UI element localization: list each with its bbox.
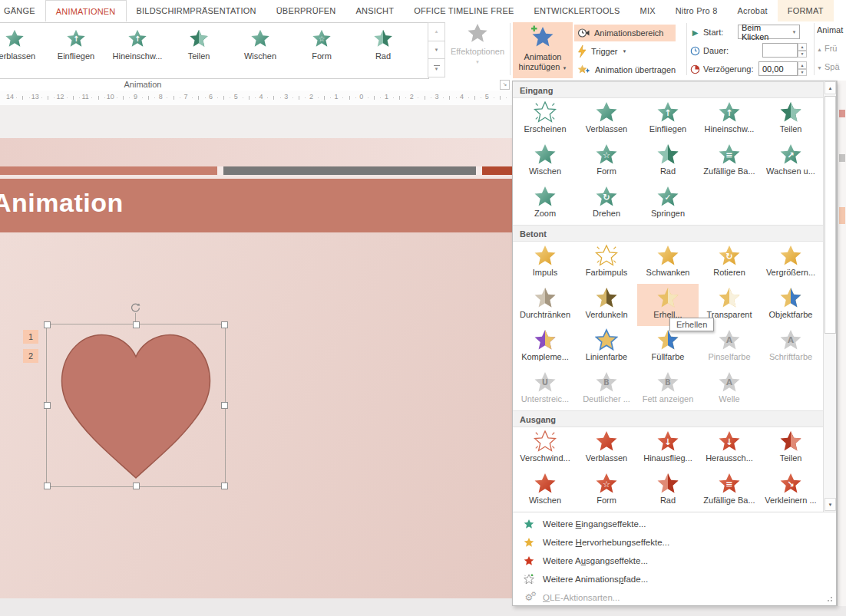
menu-item-teilen[interactable]: Teilen bbox=[760, 427, 821, 469]
ruler-tick bbox=[198, 96, 199, 100]
menu-item-durchtränken[interactable]: Durchtränken bbox=[514, 284, 576, 326]
menu-item-zoom[interactable]: Zoom bbox=[514, 183, 576, 225]
heart-selection-box[interactable] bbox=[46, 324, 226, 487]
gallery-more-icon[interactable]: ▼ bbox=[428, 59, 445, 77]
tab-animationen[interactable]: ANIMATIONEN bbox=[45, 0, 127, 22]
selection-handle[interactable] bbox=[221, 321, 228, 328]
menu-item-verdunkeln[interactable]: Verdunkeln bbox=[576, 284, 637, 326]
menu-item-kompleme[interactable]: Kompleme... bbox=[514, 326, 576, 368]
delay-input[interactable]: 00,00 bbox=[758, 61, 798, 76]
menu-item-erscheinen[interactable]: Erscheinen bbox=[514, 98, 576, 140]
menu-item-pinselfarbe[interactable]: APinselfarbe bbox=[699, 326, 760, 368]
menu-item-teilen[interactable]: Teilen bbox=[760, 98, 821, 140]
menu-item-rad[interactable]: Rad bbox=[637, 469, 699, 512]
tab-bildschirmpräsentation[interactable]: BILDSCHIRMPRÄSENTATION bbox=[127, 0, 266, 21]
menu-item-wischen[interactable]: Wischen bbox=[514, 469, 576, 512]
menu-item-verblassen[interactable]: Verblassen bbox=[576, 427, 637, 469]
scrollbar-thumb[interactable] bbox=[825, 96, 836, 334]
menu-footer-weitere-hervorhebungseffekte[interactable]: Weitere Hervorhebungseffekte... bbox=[513, 533, 836, 552]
menu-item-welle[interactable]: AWelle bbox=[699, 368, 760, 410]
move-earlier-button[interactable]: ▲Frü bbox=[817, 44, 837, 53]
scroll-down-icon[interactable]: ▼ bbox=[825, 498, 836, 511]
menu-footer-weitere-eingangseffekte[interactable]: Weitere Eingangseffekte... bbox=[513, 515, 836, 533]
tab-gänge[interactable]: GÄNGE bbox=[0, 0, 45, 21]
selection-handle[interactable] bbox=[44, 402, 51, 409]
menu-item-wischen[interactable]: Wischen bbox=[514, 140, 576, 183]
menu-item-vergrößern[interactable]: Vergrößern... bbox=[760, 242, 821, 284]
animation-painter-button[interactable]: Animation übertragen bbox=[574, 61, 680, 78]
selection-handle[interactable] bbox=[133, 321, 140, 328]
selection-handle[interactable] bbox=[44, 483, 51, 489]
duration-spinner[interactable]: ▲▼ bbox=[798, 43, 807, 58]
menu-item-objektfarbe[interactable]: Objektfarbe bbox=[760, 284, 821, 326]
menu-scrollbar[interactable]: ▲ ▼ bbox=[823, 81, 836, 512]
menu-item-label: Fett anzeigen bbox=[643, 394, 694, 404]
menu-item-wachsen-u[interactable]: ↗Wachsen u... bbox=[760, 140, 821, 183]
darken-star-icon bbox=[595, 286, 618, 309]
menu-item-rotieren[interactable]: ↻Rotieren bbox=[699, 242, 760, 284]
selection-handle[interactable] bbox=[133, 483, 140, 489]
start-combobox[interactable]: Beim Klicken ▼ bbox=[738, 25, 800, 39]
tab-mix[interactable]: MIX bbox=[630, 0, 666, 21]
gallery-item-wischen[interactable]: Wischen bbox=[230, 23, 291, 78]
rotate-handle-icon[interactable] bbox=[130, 302, 141, 314]
trigger-button[interactable]: Trigger ▼ bbox=[574, 43, 631, 60]
menu-item-rad[interactable]: Rad bbox=[637, 140, 699, 183]
add-animation-button[interactable]: Animation hinzufügen ▼ bbox=[513, 22, 573, 78]
tab-nitro-pro-8[interactable]: Nitro Pro 8 bbox=[666, 0, 728, 21]
menu-item-farbimpuls[interactable]: Farbimpuls bbox=[576, 242, 637, 284]
tab-überprüfen[interactable]: ÜBERPRÜFEN bbox=[266, 0, 346, 21]
menu-footer-ole-aktionsarten[interactable]: ⚙⚙OLE-Aktionsarten... bbox=[513, 588, 836, 607]
menu-footer-weitere-animationspfade[interactable]: Weitere Animationspfade... bbox=[513, 570, 836, 588]
gallery-item-rad[interactable]: Rad bbox=[352, 23, 414, 78]
gallery-scroll-down-icon[interactable]: ▼ bbox=[428, 41, 445, 60]
menu-item-zufällige-ba[interactable]: ≡Zufällige Ba... bbox=[699, 469, 760, 512]
menu-item-schriftfarbe[interactable]: ASchriftfarbe bbox=[760, 326, 821, 368]
menu-item-verblassen[interactable]: Verblassen bbox=[576, 98, 637, 140]
spin-star-icon: ↻ bbox=[595, 185, 618, 208]
menu-item-verkleinern[interactable]: ↘Verkleinern ... bbox=[760, 469, 821, 512]
menu-item-zufällige-ba[interactable]: ≡Zufällige Ba... bbox=[699, 140, 760, 183]
menu-item-hineinschw[interactable]: ↑Hineinschw... bbox=[699, 98, 760, 140]
tab-acrobat[interactable]: Acrobat bbox=[727, 0, 777, 21]
menu-item-linienfarbe[interactable]: Linienfarbe bbox=[576, 326, 637, 368]
menu-item-schwanken[interactable]: Schwanken bbox=[637, 242, 699, 284]
menu-item-füllfarbe[interactable]: Füllfarbe bbox=[637, 326, 699, 368]
menu-item-einfliegen[interactable]: ↑Einfliegen bbox=[637, 98, 699, 140]
menu-item-unterstreic[interactable]: UUnterstreic... bbox=[514, 368, 576, 410]
menu-item-drehen[interactable]: ↻Drehen bbox=[576, 183, 637, 225]
menu-item-hinausflieg[interactable]: ↓Hinausflieg... bbox=[637, 427, 699, 469]
gallery-item-hineinschw[interactable]: ↑Hineinschw... bbox=[107, 23, 168, 78]
duration-input[interactable] bbox=[762, 43, 798, 58]
selection-handle[interactable] bbox=[44, 321, 51, 328]
menu-item-deutlicher[interactable]: BDeutlicher ... bbox=[576, 368, 637, 410]
tab-ansicht[interactable]: ANSICHT bbox=[346, 0, 405, 21]
menu-footer-weitere-ausgangseffekte[interactable]: Weitere Ausgangseffekte... bbox=[513, 552, 836, 570]
selection-handle[interactable] bbox=[221, 402, 228, 409]
menu-item-springen[interactable]: ✓Springen bbox=[637, 183, 699, 225]
animation-pane-button[interactable]: Animationsbereich bbox=[574, 25, 676, 41]
tab-entwicklertools[interactable]: ENTWICKLERTOOLS bbox=[524, 0, 630, 21]
dialog-launcher-icon[interactable]: ↘ bbox=[500, 80, 510, 90]
menu-item-fett-anzeigen[interactable]: BFett anzeigen bbox=[637, 368, 699, 410]
selection-handle[interactable] bbox=[221, 483, 228, 489]
menu-item-verschwind[interactable]: Verschwind... bbox=[514, 427, 576, 469]
move-later-button[interactable]: ▼Spä bbox=[817, 62, 840, 71]
menu-resize-grip[interactable] bbox=[825, 594, 832, 601]
menu-item-impuls[interactable]: Impuls bbox=[514, 242, 576, 284]
slide-title-text[interactable]: Animation bbox=[0, 188, 124, 218]
scroll-up-icon[interactable]: ▲ bbox=[825, 81, 836, 94]
gallery-scroll-up-icon[interactable]: ▲ bbox=[428, 22, 445, 41]
menu-item-form[interactable]: ☆Form bbox=[576, 469, 637, 512]
heart-shape[interactable] bbox=[50, 326, 222, 484]
menu-item-heraussch[interactable]: ↓Heraussch... bbox=[699, 427, 760, 469]
gallery-item-einfliegen[interactable]: ↑Einfliegen bbox=[45, 23, 107, 78]
menu-item-form[interactable]: ☆Form bbox=[576, 140, 637, 183]
gallery-item-teilen[interactable]: Teilen bbox=[168, 23, 230, 78]
delay-spinner[interactable]: ▲▼ bbox=[798, 61, 807, 76]
gallery-item-verblassen[interactable]: Verblassen bbox=[0, 23, 45, 78]
tab-format[interactable]: FORMAT bbox=[778, 0, 834, 21]
gallery-item-form[interactable]: ☆Form bbox=[291, 23, 352, 78]
tab-office-timeline-free[interactable]: OFFICE TIMELINE FREE bbox=[404, 0, 524, 21]
effect-options-button[interactable]: Effektoptionen ▼ bbox=[447, 22, 508, 77]
